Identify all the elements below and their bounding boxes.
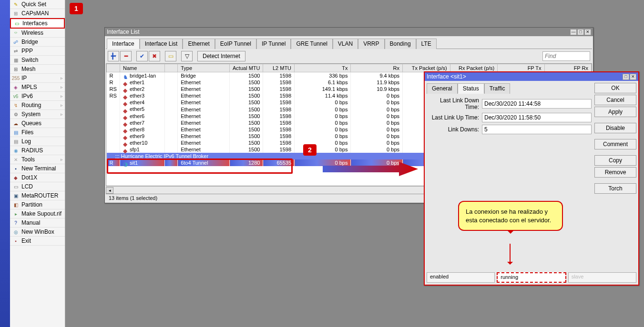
sidebar-item-manual[interactable]: ?Manual	[10, 218, 65, 228]
sidebar-item-radius[interactable]: ◉RADIUS	[10, 146, 65, 155]
sidebar-item-files[interactable]: ▤Files	[10, 128, 65, 137]
sidebar-item-dot1x[interactable]: ◆Dot1X	[10, 173, 65, 182]
comment-button[interactable]: ▭	[165, 51, 176, 61]
sidebar-item-make-supout-rif[interactable]: ▸Make Supout.rif	[10, 209, 65, 218]
column-header[interactable]: Tx	[295, 64, 351, 72]
sidebar-item-quick-set[interactable]: ✎Quick Set	[10, 0, 65, 9]
sidebar-item-bridge[interactable]: ☍Bridge	[10, 38, 65, 47]
tab-ip-tunnel[interactable]: IP Tunnel	[256, 39, 291, 49]
maximize-button[interactable]: □	[577, 29, 584, 35]
tab-eoip-tunnel[interactable]: EoIP Tunnel	[215, 39, 256, 49]
column-header[interactable]: Actual MTU	[230, 64, 263, 72]
field-label: Last Link Down Time:	[427, 97, 482, 110]
window-titlebar[interactable]: Interface List — □ ✕	[105, 28, 593, 36]
sidebar-item-new-terminal[interactable]: ▪New Terminal	[10, 164, 65, 173]
tab-lte[interactable]: LTE	[416, 39, 437, 49]
properties-body: GeneralStatusTraffic Last Link Down Time…	[425, 81, 638, 271]
sidebar-item-ipv6[interactable]: v6IPv6▹	[10, 92, 65, 101]
field-value: Dec/30/2020 11:44:58	[482, 99, 592, 109]
tab-vlan[interactable]: VLAN	[333, 39, 358, 49]
comment-button[interactable]: Comment	[594, 139, 636, 149]
status-slave: slave	[568, 272, 636, 283]
sidebar-item-interfaces[interactable]: ▭Interfaces	[10, 18, 65, 29]
sidebar-item-mpls[interactable]: ◈MPLS▹	[10, 83, 65, 92]
ok-button[interactable]: OK	[594, 83, 636, 93]
sidebar-icon: ▣	[12, 192, 20, 199]
column-header[interactable]	[164, 64, 178, 72]
sidebar-item-switch[interactable]: ▦Switch	[10, 56, 65, 65]
sidebar-item-tools[interactable]: ✕Tools▹	[10, 155, 65, 164]
minimize-button[interactable]: —	[570, 29, 577, 35]
cancel-button[interactable]: Cancel	[594, 95, 636, 105]
sidebar-item-queues[interactable]: ☁Queues	[10, 119, 65, 128]
sidebar-item-metarouter[interactable]: ▣MetaROUTER	[10, 191, 65, 200]
tab-status[interactable]: Status	[458, 83, 484, 94]
disable-button[interactable]: ✖	[149, 51, 160, 61]
sidebar-item-log[interactable]: ▤Log	[10, 137, 65, 146]
sidebar-item-new-winbox[interactable]: ◎New WinBox	[10, 228, 65, 237]
sidebar-item-exit[interactable]: ▪Exit	[10, 237, 65, 246]
sidebar-item-partition[interactable]: ◧Partition	[10, 200, 65, 209]
sidebar-item-ppp[interactable]: ⇄PPP	[10, 47, 65, 56]
sidebar-label: Tools	[21, 156, 35, 163]
tab-bonding[interactable]: Bonding	[385, 39, 416, 49]
column-header[interactable]: Type	[178, 64, 230, 72]
column-header[interactable]: Rx Packet (p/s)	[450, 64, 498, 72]
sidebar-item-lcd[interactable]: ▭LCD	[10, 182, 65, 191]
tab-interface-list[interactable]: Interface List	[140, 39, 183, 49]
sidebar-item-ip[interactable]: 255IP▹	[10, 74, 65, 83]
sidebar-label: Files	[21, 129, 33, 136]
find-input[interactable]	[542, 51, 590, 61]
column-header[interactable]: Rx	[351, 64, 403, 72]
sidebar-label: MetaROUTER	[21, 192, 58, 199]
sidebar-item-capsman[interactable]: ⊞CAPsMAN	[10, 9, 65, 18]
column-header[interactable]: FP Tx	[498, 64, 544, 72]
sidebar-icon: ▤	[12, 129, 20, 136]
tab-traffic[interactable]: Traffic	[484, 83, 511, 94]
sidebar-label: New Terminal	[21, 165, 56, 172]
add-button[interactable]: ╋▾	[108, 51, 119, 61]
column-header[interactable]: Name	[120, 64, 164, 72]
close-button[interactable]: ✕	[630, 74, 636, 80]
column-header[interactable]: Tx Packet (p/s)	[403, 64, 450, 72]
field-label: Last Link Up Time:	[427, 114, 482, 121]
detect-internet-button[interactable]: Detect Internet	[197, 51, 245, 61]
submenu-arrow-icon: ▹	[61, 112, 63, 117]
submenu-arrow-icon: ▹	[61, 85, 63, 89]
tab-general[interactable]: General	[427, 83, 458, 94]
submenu-arrow-icon: ▹	[61, 157, 63, 162]
remove-button[interactable]: ━	[120, 51, 132, 61]
disable-button[interactable]: Disable	[594, 123, 636, 133]
sidebar-item-mesh[interactable]: ⊞Mesh	[10, 65, 65, 74]
scroll-left-button[interactable]: ◂	[106, 187, 113, 194]
window-titlebar[interactable]: Interface <sit1> □ ✕	[425, 72, 638, 81]
sidebar-icon: ☍	[12, 38, 20, 46]
sidebar-item-wireless[interactable]: ⌔Wireless	[10, 29, 65, 38]
column-header[interactable]	[107, 64, 120, 72]
sidebar-item-routing[interactable]: ↯Routing▹	[10, 101, 65, 110]
tab-vrrp[interactable]: VRRP	[358, 39, 384, 49]
status-enabled: enabled	[427, 272, 495, 283]
maximize-button[interactable]: □	[623, 74, 629, 80]
annotation-badge-2: 2	[303, 144, 317, 156]
torch-button[interactable]: Torch	[594, 183, 636, 194]
sidebar-label: LCD	[21, 183, 33, 190]
tab-ethernet[interactable]: Ethernet	[183, 39, 215, 49]
properties-content: GeneralStatusTraffic Last Link Down Time…	[427, 83, 592, 269]
apply-button[interactable]: Apply	[594, 107, 636, 117]
window-title: Interface List	[107, 29, 570, 35]
sidebar: ✎Quick Set⊞CAPsMAN▭Interfaces⌔Wireless☍B…	[10, 0, 65, 327]
tab-gre-tunnel[interactable]: GRE Tunnel	[291, 39, 332, 49]
sidebar-icon: ▭	[12, 183, 20, 190]
enable-button[interactable]: ✔	[136, 51, 148, 61]
column-header[interactable]: FP Rx	[544, 64, 591, 72]
filter-button[interactable]: ▽	[181, 51, 193, 61]
tab-interface[interactable]: Interface	[107, 39, 140, 49]
annotation-note-arrow	[510, 244, 511, 263]
copy-button[interactable]: Copy	[594, 155, 636, 166]
remove-button[interactable]: Remove	[594, 167, 636, 178]
sidebar-item-system[interactable]: ⚙System▹	[10, 110, 65, 119]
sidebar-label: Switch	[21, 57, 38, 63]
close-button[interactable]: ✕	[584, 29, 591, 35]
column-header[interactable]: L2 MTU	[263, 64, 295, 72]
